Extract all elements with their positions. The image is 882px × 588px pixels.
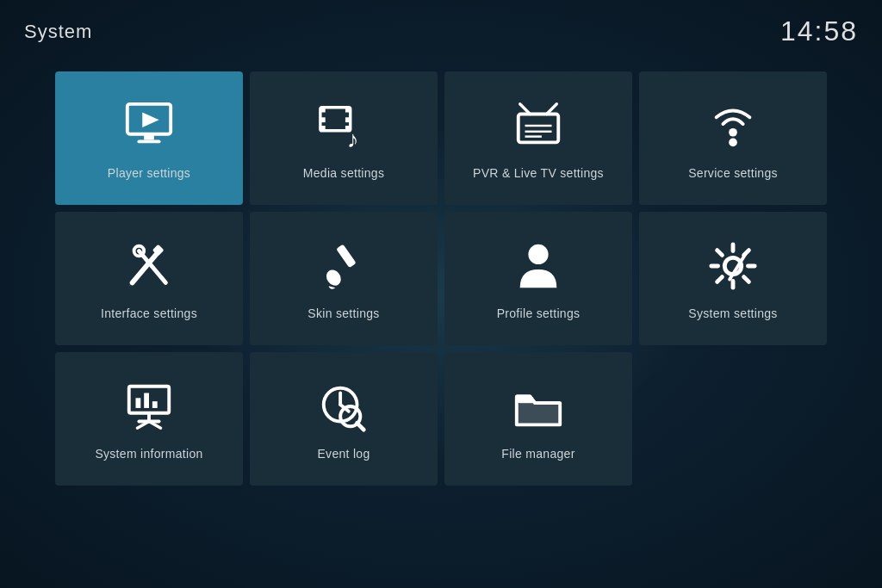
tile-system-information[interactable]: System information <box>55 352 243 486</box>
player-settings-icon <box>122 99 176 156</box>
svg-rect-5 <box>320 107 326 112</box>
event-log-label: Event log <box>317 447 370 461</box>
svg-text:♪: ♪ <box>347 126 359 152</box>
profile-settings-label: Profile settings <box>497 306 581 320</box>
svg-rect-41 <box>152 401 158 408</box>
svg-rect-8 <box>345 107 351 112</box>
system-settings-label: System settings <box>688 306 777 320</box>
svg-rect-1 <box>144 133 154 139</box>
page-title: System <box>24 21 92 43</box>
tile-service-settings[interactable]: Service settings <box>639 71 827 205</box>
settings-grid: Player settings ♪ Media settings <box>0 56 882 501</box>
tile-media-settings[interactable]: ♪ Media settings <box>250 71 438 205</box>
file-manager-label: File manager <box>501 447 575 461</box>
svg-point-27 <box>528 244 548 263</box>
interface-settings-label: Interface settings <box>101 306 197 320</box>
system-information-icon <box>122 380 176 436</box>
event-log-icon <box>317 380 370 436</box>
system-settings-icon <box>706 239 760 296</box>
svg-point-18 <box>729 127 737 136</box>
tile-player-settings[interactable]: Player settings <box>55 71 243 205</box>
svg-line-50 <box>357 423 364 430</box>
svg-line-34 <box>744 276 749 282</box>
media-settings-label: Media settings <box>303 166 384 180</box>
pvr-settings-icon <box>512 99 565 156</box>
clock: 14:58 <box>780 15 858 47</box>
svg-point-19 <box>729 138 737 146</box>
pvr-settings-label: PVR & Live TV settings <box>473 166 604 180</box>
system-information-label: System information <box>95 447 202 461</box>
svg-rect-12 <box>519 114 559 142</box>
svg-rect-39 <box>136 398 141 408</box>
tile-system-settings[interactable]: System settings <box>639 212 827 345</box>
tile-interface-settings[interactable]: Interface settings <box>55 212 243 345</box>
tile-file-manager[interactable]: File manager <box>444 352 632 486</box>
svg-rect-2 <box>137 139 160 143</box>
service-settings-icon <box>706 99 760 156</box>
svg-point-26 <box>323 267 344 288</box>
interface-settings-icon <box>122 239 176 296</box>
svg-line-36 <box>717 276 723 282</box>
svg-rect-9 <box>345 117 351 122</box>
svg-rect-40 <box>144 393 149 407</box>
media-settings-icon: ♪ <box>317 99 370 156</box>
svg-rect-7 <box>320 126 326 131</box>
profile-settings-icon <box>512 239 565 296</box>
file-manager-icon <box>512 380 565 436</box>
svg-line-33 <box>717 250 723 255</box>
svg-rect-25 <box>336 244 356 268</box>
player-settings-label: Player settings <box>108 166 190 180</box>
svg-marker-3 <box>142 112 158 127</box>
header: System 14:58 <box>0 0 882 56</box>
svg-rect-6 <box>320 117 326 122</box>
skin-settings-label: Skin settings <box>307 306 379 320</box>
tile-pvr-settings[interactable]: PVR & Live TV settings <box>444 71 632 205</box>
tile-profile-settings[interactable]: Profile settings <box>444 212 632 345</box>
skin-settings-icon <box>317 239 370 296</box>
service-settings-label: Service settings <box>688 166 778 180</box>
tile-skin-settings[interactable]: Skin settings <box>250 212 438 345</box>
tile-event-log[interactable]: Event log <box>250 352 438 486</box>
